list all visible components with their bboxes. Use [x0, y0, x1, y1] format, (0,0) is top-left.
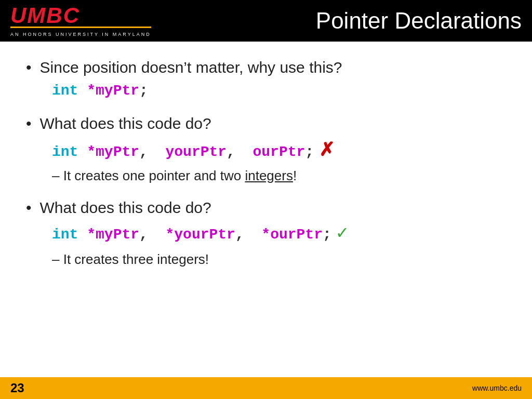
code-star-ourptr-3: *ourPtr [253, 227, 323, 243]
bullet-2-sub: – It creates one pointer and two integer… [52, 166, 506, 185]
code-star-myptr-3: *myPtr [78, 227, 139, 243]
slide-title: Pointer Declarations [316, 8, 522, 34]
bullet-3-code: int *myPtr, *yourPtr, *ourPtr;✓ [52, 221, 506, 247]
wrong-mark: ✗ [319, 139, 335, 160]
logo-underline [10, 26, 151, 28]
umbc-logo: UMBC [10, 5, 151, 26]
code-int-1: int [52, 83, 78, 99]
bullet-1-text: Since position doesn’t matter, why use t… [40, 57, 342, 77]
code-star-myptr-1: *myPtr [78, 83, 139, 99]
code-int-3: int [52, 227, 78, 243]
bullet-2: • What does this code do? int *myPtr, yo… [26, 113, 506, 188]
footer-url: www.umbc.edu [472, 384, 522, 392]
code-comma-2a: , [139, 144, 148, 160]
logo-area: UMBC AN HONORS UNIVERSITY IN MARYLAND [10, 5, 151, 37]
bullet-1-code: int *myPtr; [52, 81, 506, 101]
bullet-dot-3: • [26, 197, 32, 218]
header: UMBC AN HONORS UNIVERSITY IN MARYLAND Po… [0, 0, 532, 42]
bullet-3-sub: – It creates three integers! [52, 250, 506, 269]
sub-underline-2: integers [245, 168, 293, 183]
right-mark: ✓ [337, 223, 348, 244]
code-semi-3: ; [323, 227, 331, 243]
slide-number: 23 [10, 381, 24, 395]
bullet-1: • Since position doesn’t matter, why use… [26, 57, 506, 104]
code-semi-2: ; [305, 144, 314, 160]
bullet-3-text: What does this code do? [40, 197, 211, 218]
bullet-dot-2: • [26, 113, 32, 134]
code-semi-1: ; [139, 83, 148, 99]
code-ourptr-2: ourPtr [253, 144, 305, 160]
code-comma-3b: , [235, 227, 244, 243]
sub-text-3: – It creates three integers! [52, 251, 209, 267]
bullet-2-line: • What does this code do? [26, 113, 506, 134]
bullet-3-line: • What does this code do? [26, 197, 506, 218]
sub-text-2: – It creates one pointer and two [52, 168, 245, 183]
main-content: • Since position doesn’t matter, why use… [0, 42, 532, 384]
sub-end-2: ! [293, 168, 297, 183]
code-yourptr-2: yourPtr [165, 144, 227, 160]
bullet-1-line: • Since position doesn’t matter, why use… [26, 57, 506, 77]
footer: 23 www.umbc.edu [0, 377, 532, 399]
code-comma-2b: , [227, 144, 235, 160]
code-star-yourptr-3: *yourPtr [157, 227, 235, 243]
bullet-3: • What does this code do? int *myPtr, *y… [26, 197, 506, 272]
code-star-myptr-2: *myPtr [78, 144, 139, 160]
bullet-2-code: int *myPtr, yourPtr, ourPtr;✗ [52, 137, 506, 163]
umbc-tagline: AN HONORS UNIVERSITY IN MARYLAND [10, 32, 151, 37]
code-int-2: int [52, 144, 78, 160]
bullet-dot-1: • [26, 57, 32, 77]
bullet-2-text: What does this code do? [40, 113, 211, 134]
code-comma-3a: , [139, 227, 148, 243]
